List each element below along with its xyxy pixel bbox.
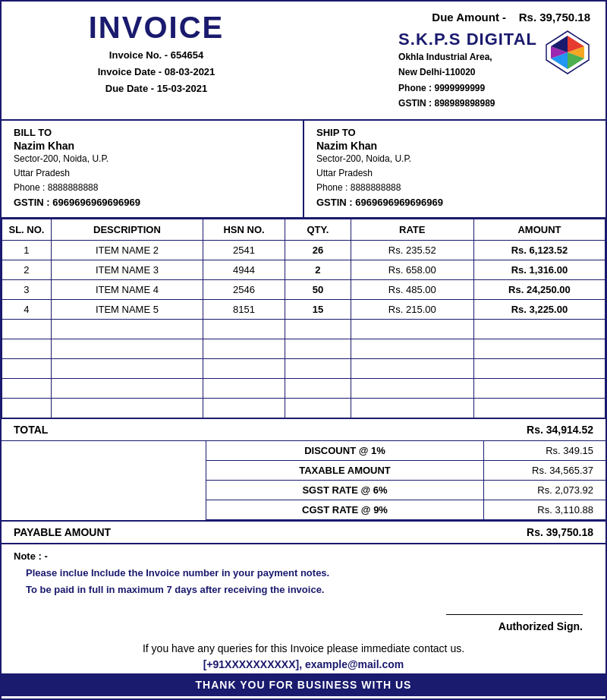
company-name: S.K.P.S DIGITAL <box>398 30 537 49</box>
bill-to-address2: Uttar Pradesh <box>14 166 291 181</box>
taxable-value: Rs. 34,565.37 <box>484 461 605 480</box>
sgst-value: Rs. 2,073.92 <box>484 481 605 500</box>
row-sl: 1 <box>2 240 52 260</box>
company-address2: New Delhi-110020 <box>398 65 537 80</box>
cgst-row: CGST RATE @ 9% Rs. 3,110.88 <box>206 500 605 520</box>
company-gstin: GSTIN : 898989898989 <box>398 96 537 111</box>
due-amount-value: Rs. 39,750.18 <box>519 11 590 24</box>
row-desc: ITEM NAME 4 <box>51 279 203 299</box>
table-row: 2 ITEM NAME 3 4944 2 Rs. 658.00 Rs. 1,31… <box>2 260 605 279</box>
row-sl: 3 <box>2 279 52 299</box>
queries-section: If you have any queries for this Invoice… <box>2 635 605 673</box>
bill-to-title: BILL TO <box>14 127 291 138</box>
row-sl: 4 <box>2 299 52 319</box>
row-desc: ITEM NAME 3 <box>51 260 203 279</box>
row-rate: Rs. 658.00 <box>351 260 473 279</box>
sign-label: Authorized Sign. <box>2 620 583 632</box>
ship-to-gstin: GSTIN : 6969696969696969 <box>316 195 593 211</box>
summary-left <box>2 441 206 520</box>
table-header-row: SL. NO. DESCRIPTION HSN NO. QTY. RATE AM… <box>2 219 605 240</box>
bottom-bar: THANK YOU FOR BUSINESS WITH US <box>2 673 605 696</box>
due-amount-label: Due Amount - <box>432 11 506 24</box>
row-hsn: 4944 <box>203 260 285 279</box>
total-row: TOTAL Rs. 34,914.52 <box>2 419 605 441</box>
payable-value: Rs. 39,750.18 <box>527 526 593 538</box>
company-info: S.K.P.S DIGITAL Okhla Industrial Area, N… <box>398 30 537 112</box>
table-row: 4 ITEM NAME 5 8151 15 Rs. 215.00 Rs. 3,2… <box>2 299 605 319</box>
summary-wrapper: DISCOUNT @ 1% Rs. 349.15 TAXABLE AMOUNT … <box>2 441 605 520</box>
payable-label: PAYABLE AMOUNT <box>14 526 111 538</box>
queries-contact: [+91XXXXXXXXXX], example@mail.com <box>14 658 593 670</box>
notes-section: Note : - Please inclue Include the Invoi… <box>2 544 605 601</box>
sgst-label: SGST RATE @ 6% <box>206 481 484 500</box>
row-qty: 26 <box>285 240 351 260</box>
taxable-row: TAXABLE AMOUNT Rs. 34,565.37 <box>206 461 605 481</box>
ship-to-title: SHIP TO <box>316 127 593 138</box>
col-desc: DESCRIPTION <box>51 219 203 240</box>
discount-row: DISCOUNT @ 1% Rs. 349.15 <box>206 441 605 461</box>
header: INVOICE Invoice No. - 654654 Invoice Dat… <box>2 2 605 121</box>
due-date-line: Due Date - 15-03-2021 <box>17 80 296 97</box>
invoice-no-line: Invoice No. - 654654 <box>17 47 296 64</box>
row-amount: Rs. 1,316.00 <box>473 260 605 279</box>
ship-to-name: Nazim Khan <box>316 140 593 152</box>
row-rate: Rs. 215.00 <box>351 299 473 319</box>
total-label: TOTAL <box>14 424 48 436</box>
signature-section: Authorized Sign. <box>2 601 605 635</box>
table-row-empty <box>2 339 605 358</box>
col-sl: SL. NO. <box>2 219 52 240</box>
due-date-label: Due Date - <box>105 83 154 94</box>
table-row-empty <box>2 398 605 418</box>
bill-to-phone: Phone : 8888888888 <box>14 181 291 195</box>
row-sl: 2 <box>2 260 52 279</box>
row-amount: Rs. 24,250.00 <box>473 279 605 299</box>
sgst-row: SGST RATE @ 6% Rs. 2,073.92 <box>206 481 605 500</box>
taxable-label: TAXABLE AMOUNT <box>206 461 484 480</box>
payable-row: PAYABLE AMOUNT Rs. 39,750.18 <box>2 520 605 544</box>
invoice-date-value: 08-03-2021 <box>165 66 215 77</box>
row-hsn: 2546 <box>203 279 285 299</box>
table-row: 3 ITEM NAME 4 2546 50 Rs. 485.00 Rs. 24,… <box>2 279 605 299</box>
total-value: Rs. 34,914.52 <box>527 424 593 436</box>
company-logo <box>545 30 590 75</box>
due-date-value: 15-03-2021 <box>157 83 208 94</box>
items-table: SL. NO. DESCRIPTION HSN NO. QTY. RATE AM… <box>2 219 605 419</box>
row-amount: Rs. 3,225.00 <box>473 299 605 319</box>
bill-to-gstin: GSTIN : 6969696969696969 <box>14 195 291 211</box>
col-rate: RATE <box>351 219 473 240</box>
cgst-label: CGST RATE @ 9% <box>206 500 484 519</box>
header-right: Due Amount - Rs. 39,750.18 S.K.P.S DIGIT… <box>296 11 590 112</box>
company-block: S.K.P.S DIGITAL Okhla Industrial Area, N… <box>311 30 590 112</box>
discount-value: Rs. 349.15 <box>484 441 605 460</box>
row-desc: ITEM NAME 5 <box>51 299 203 319</box>
note-line2: To be paid in full in maximum 7 days aft… <box>26 582 593 598</box>
invoice-date-line: Invoice Date - 08-03-2021 <box>17 64 296 80</box>
row-desc: ITEM NAME 2 <box>51 240 203 260</box>
invoice-date-label: Invoice Date - <box>98 66 162 77</box>
row-qty: 2 <box>285 260 351 279</box>
table-row: 1 ITEM NAME 2 2541 26 Rs. 235.52 Rs. 6,1… <box>2 240 605 260</box>
ship-to-phone: Phone : 8888888888 <box>316 181 593 195</box>
company-details: Okhla Industrial Area, New Delhi-110020 … <box>398 49 537 112</box>
row-amount: Rs. 6,123.52 <box>473 240 605 260</box>
row-qty: 15 <box>285 299 351 319</box>
company-phone: Phone : 9999999999 <box>398 80 537 96</box>
due-amount-line: Due Amount - Rs. 39,750.18 <box>311 11 590 24</box>
bill-to-section: BILL TO Nazim Khan Sector-200, Noida, U.… <box>2 121 304 217</box>
invoice-wrapper: INVOICE Invoice No. - 654654 Invoice Dat… <box>0 0 607 700</box>
sign-line <box>446 614 583 615</box>
queries-text: If you have any queries for this Invoice… <box>14 640 593 658</box>
row-rate: Rs. 235.52 <box>351 240 473 260</box>
invoice-no-value: 654654 <box>171 49 203 61</box>
cgst-value: Rs. 3,110.88 <box>484 500 605 519</box>
row-hsn: 2541 <box>203 240 285 260</box>
invoice-title: INVOICE <box>17 11 296 44</box>
row-rate: Rs. 485.00 <box>351 279 473 299</box>
ship-to-address2: Uttar Pradesh <box>316 166 593 181</box>
table-row-empty <box>2 358 605 378</box>
header-left: INVOICE Invoice No. - 654654 Invoice Dat… <box>17 11 296 97</box>
company-address1: Okhla Industrial Area, <box>398 49 537 65</box>
summary-right: DISCOUNT @ 1% Rs. 349.15 TAXABLE AMOUNT … <box>206 441 605 520</box>
ship-to-address1: Sector-200, Noida, U.P. <box>316 152 593 166</box>
table-row-empty <box>2 378 605 398</box>
